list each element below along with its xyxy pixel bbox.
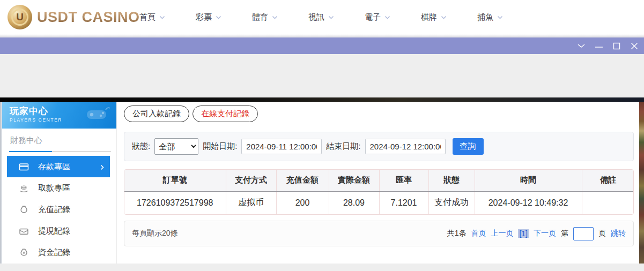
- logo-letter: U: [16, 11, 24, 23]
- table-row: 1726109372517998 虚拟币 200 28.09 7.1201 支付…: [124, 191, 634, 214]
- sidebar-item-withdrawal-records[interactable]: 提現記錄: [7, 220, 112, 242]
- wallet-icon: [18, 225, 29, 236]
- nav-item-home[interactable]: 首頁: [139, 12, 165, 22]
- end-date-input[interactable]: [365, 139, 446, 154]
- cell-payment-method: 虚拟币: [226, 191, 276, 214]
- cell-remark: [582, 191, 634, 214]
- pagination-bar: 每頁顯示20條 共1条 首页 上一页 [1] 下一页 第 页 跳转: [124, 221, 634, 246]
- window-titlebar: [0, 37, 644, 54]
- sidebar-item-withdraw-zone[interactable]: 取款專區: [7, 177, 112, 199]
- tab-company-deposit-records[interactable]: 公司入款記錄: [124, 106, 189, 122]
- sidebar-item-label: 資金記錄: [38, 247, 70, 258]
- status-select[interactable]: 全部: [154, 138, 198, 155]
- nav-label: 體育: [252, 12, 268, 22]
- start-date-label: 開始日期:: [203, 141, 237, 152]
- collapse-icon[interactable]: [577, 42, 586, 50]
- cell-actual-amount: 28.09: [329, 191, 379, 214]
- status-label: 狀態:: [132, 141, 150, 152]
- sidebar-item-recharge-records[interactable]: 充值記錄: [7, 199, 112, 220]
- site-logo[interactable]: U USDT CASINO: [8, 5, 140, 29]
- prev-page-link[interactable]: 上一页: [491, 229, 513, 238]
- nav-label: 視訊: [308, 12, 324, 22]
- nav-item-live[interactable]: 視訊: [308, 12, 334, 22]
- dark-divider-strip: [0, 97, 644, 102]
- sidebar-item-deposit-zone[interactable]: 存款專區: [7, 156, 110, 177]
- logo-ball-icon: U: [8, 5, 32, 29]
- player-center-title: 玩家中心: [10, 106, 116, 117]
- cell-time: 2024-09-12 10:49:32: [475, 191, 582, 214]
- col-status: 狀態: [428, 170, 475, 191]
- main-area: 玩家中心 PLAYERS CENTER 財務中心: [0, 102, 644, 264]
- col-recharge-amount: 充值金額: [276, 170, 329, 191]
- app-window: U USDT CASINO 首頁 彩票 體育 視訊 電子: [0, 0, 644, 271]
- records-content-panel: 公司入款記錄 在線支付記錄 狀態: 全部 開始日期: 結束日期: 查詢: [116, 102, 639, 264]
- nav-label: 首頁: [139, 12, 156, 22]
- money-bag-icon: [18, 204, 29, 215]
- cell-exchange-rate: 7.1201: [379, 191, 428, 214]
- cell-order-number: 1726109372517998: [124, 191, 226, 214]
- table-header-row: 訂單號 支付方式 充值金額 實際金額 匯率 狀態 時間 備註: [124, 170, 634, 191]
- end-date-label: 結束日期:: [326, 141, 360, 152]
- player-center-banner: 玩家中心 PLAYERS CENTER: [2, 102, 116, 129]
- jump-button[interactable]: 跳转: [611, 229, 626, 238]
- logo-text: USDT CASINO: [37, 9, 140, 26]
- nav-label: 電子: [365, 12, 381, 22]
- pagination-controls: 共1条 首页 上一页 [1] 下一页 第 页 跳转: [447, 227, 626, 240]
- chevron-down-icon: [441, 16, 447, 19]
- minimize-icon[interactable]: [595, 42, 603, 50]
- records-table: 訂單號 支付方式 充值金額 實際金額 匯率 狀態 時間 備註 172610937: [124, 169, 634, 215]
- tab-online-payment-records[interactable]: 在線支付記錄: [193, 106, 258, 122]
- money-pouch-icon: [18, 247, 29, 258]
- chevron-down-icon: [497, 16, 503, 19]
- nav-item-sports[interactable]: 體育: [252, 12, 278, 22]
- first-page-link[interactable]: 首页: [471, 229, 486, 238]
- col-order-number: 訂單號: [124, 170, 226, 191]
- jump-suffix-label: 页: [598, 229, 606, 238]
- sidebar-divider: [9, 151, 111, 152]
- total-count-text: 共1条: [447, 229, 467, 238]
- start-date-input[interactable]: [241, 139, 322, 154]
- search-button[interactable]: 查詢: [453, 138, 484, 155]
- sidebar-item-label: 充值記錄: [38, 205, 70, 215]
- col-exchange-rate: 匯率: [379, 170, 428, 191]
- background-page-edge: [639, 102, 644, 264]
- nav-label: 棋牌: [421, 12, 437, 22]
- sidebar-item-label: 取款專區: [38, 183, 70, 193]
- gamepad-icon: [85, 106, 112, 125]
- chevron-down-icon: [328, 16, 334, 19]
- page-size-text: 每頁顯示20條: [132, 229, 178, 238]
- main-nav: 首頁 彩票 體育 視訊 電子 棋牌: [139, 0, 503, 34]
- cell-status: 支付成功: [428, 191, 475, 214]
- nav-item-lottery[interactable]: 彩票: [196, 12, 221, 22]
- sidebar-section-title: 財務中心: [10, 136, 116, 146]
- jump-prefix-label: 第: [561, 229, 568, 238]
- bank-card-icon: [18, 161, 29, 172]
- nav-item-slots[interactable]: 電子: [365, 12, 390, 22]
- nav-item-fishing[interactable]: 捕魚: [477, 12, 503, 22]
- site-header: U USDT CASINO 首頁 彩票 體育 視訊 電子: [0, 0, 644, 34]
- sidebar-item-label: 存款專區: [38, 162, 70, 172]
- col-payment-method: 支付方式: [226, 170, 276, 191]
- maximize-icon[interactable]: [612, 42, 621, 50]
- sidebar-item-funds-records[interactable]: 資金記錄: [7, 242, 112, 263]
- sidebar-item-label: 提現記錄: [38, 226, 70, 236]
- next-page-link[interactable]: 下一页: [534, 229, 556, 238]
- nav-item-cards[interactable]: 棋牌: [421, 12, 447, 22]
- close-icon[interactable]: [630, 42, 639, 50]
- nav-label: 捕魚: [477, 12, 493, 22]
- record-tabs: 公司入款記錄 在線支付記錄: [124, 106, 258, 122]
- chevron-right-icon: [100, 163, 104, 172]
- window-controls: [577, 37, 639, 54]
- page-jump-input[interactable]: [573, 227, 594, 240]
- chevron-down-icon: [384, 16, 390, 19]
- nav-label: 彩票: [196, 12, 212, 22]
- col-time: 時間: [475, 170, 582, 191]
- player-center-subtitle: PLAYERS CENTER: [10, 117, 116, 123]
- chevron-down-icon: [159, 16, 165, 19]
- col-actual-amount: 實際金額: [329, 170, 379, 191]
- col-remark: 備註: [582, 170, 634, 191]
- cell-recharge-amount: 200: [276, 191, 329, 214]
- player-center-sidebar: 玩家中心 PLAYERS CENTER 財務中心: [2, 102, 116, 264]
- hand-coins-icon: [18, 183, 29, 193]
- chevron-down-icon: [272, 16, 278, 19]
